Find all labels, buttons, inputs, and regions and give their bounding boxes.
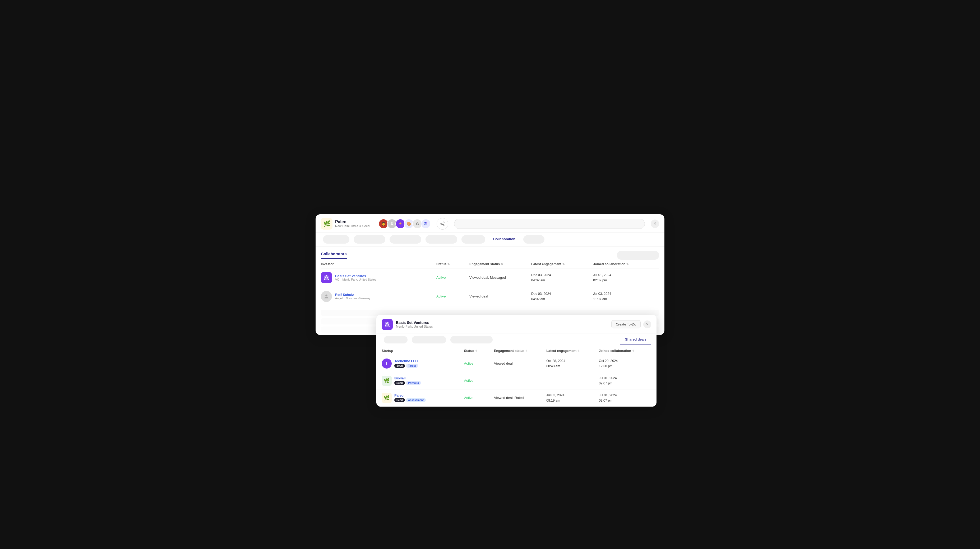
overlay-joined-0: Oct 29, 2024 12:38 pm [599,358,651,369]
overlay-logo [382,319,393,330]
svg-point-4 [443,225,445,226]
sort-latest-icon: ⇅ [562,263,565,265]
svg-point-8 [325,294,327,296]
startup-icon-techcube: T [382,359,392,368]
investor-info-1: Rolf Schulz Angel Dresden, Germany [335,293,370,300]
table-row[interactable]: Basis Set Ventures VC Menlo Park, United… [321,268,659,287]
investor-cell-0: Basis Set Ventures VC Menlo Park, United… [321,272,436,283]
close-button[interactable]: × [651,219,659,228]
investor-info-0: Basis Set Ventures VC Menlo Park, United… [335,274,376,281]
investor-logo-1 [321,291,332,302]
sort-joined-icon: ⇅ [626,263,628,265]
tab-placeholder-1[interactable] [323,235,349,244]
oth-latest[interactable]: Latest engagement ⇅ [546,349,599,353]
th-status[interactable]: Status ⇅ [436,262,469,266]
startup-info-2: Paleo Seed Assessment [395,394,426,402]
avatar-collab-icon [421,219,431,229]
th-joined-collab[interactable]: Joined collaboration ⇅ [593,262,659,266]
overlay-joined-1: Jul 01, 2024 02:07 pm [599,375,651,386]
collaborators-title-wrapper: Collaborators [321,252,347,259]
overlay-engagement-0: Viewed deal [494,362,546,365]
startup-name-2: Paleo [395,394,426,397]
overlay-card: Basis Set Ventures Menlo Park, United St… [376,315,657,406]
collaborators-title: Collaborators [321,252,347,259]
startup-info-1: Bio4all Seed Portfolio [395,376,421,385]
sort-oth-joined: ⇅ [632,349,634,352]
sort-status-icon: ⇅ [447,263,450,265]
svg-line-5 [442,224,443,225]
overlay-actions: Create To-Do × [611,320,651,328]
svg-line-6 [442,222,443,223]
startup-cell-1: 🌿 Bio4all Seed Portfolio [382,376,464,386]
overlay-tab-shared-deals[interactable]: Shared deals [620,334,651,345]
overlay-tabs: Shared deals [376,333,657,346]
overlay-latest-2: Jul 03, 2024 08:19 am [546,393,599,403]
svg-point-2 [443,222,445,223]
tab-collaboration[interactable]: Collaboration [487,233,521,245]
company-stage: Seed [362,224,369,228]
overlay-engagement-2: Viewed deal, Rated [494,396,546,400]
th-latest-engagement[interactable]: Latest engagement ⇅ [531,262,593,266]
oth-status[interactable]: Status ⇅ [464,349,494,353]
investor-name-1: Rolf Schulz [335,293,370,297]
overlay-table-row-0[interactable]: T Techcube LLC Seed Target Active Viewed… [376,355,657,372]
collaborators-header-row: Collaborators [321,246,659,260]
overlay-tab-placeholder-2[interactable] [412,336,446,343]
overlay-status-2: Active [464,396,494,400]
separator-dot [360,225,361,227]
startup-icon-paleo: 🌿 [382,393,392,403]
investor-logo-0 [321,272,332,283]
overlay-investor-info: Basis Set Ventures Menlo Park, United St… [396,321,433,328]
share-button[interactable] [437,218,448,230]
collaborators-table-header: Investor Status ⇅ Engagement status ⇅ La… [321,260,659,268]
status-0: Active [436,276,469,279]
create-todo-button[interactable]: Create To-Do [611,320,641,328]
oth-engagement[interactable]: Engagement status ⇅ [494,349,546,353]
joined-1: Jul 03, 2024 11:07 am [593,291,659,302]
tag-seed-1: Seed [395,381,405,385]
oth-startup: Startup [382,349,464,353]
latest-0: Dec 03, 2024 04:02 am [531,272,593,283]
table-row[interactable]: Rolf Schulz Angel Dresden, Germany Activ… [321,287,659,306]
sort-oth-status: ⇅ [475,349,477,352]
status-1: Active [436,294,469,298]
startup-name-1: Bio4all [395,376,421,380]
tab-placeholder-2[interactable] [354,235,385,244]
tab-placeholder-3[interactable] [390,235,421,244]
investor-name-0: Basis Set Ventures [335,274,376,278]
company-subtitle: New Delhi, India Seed [335,224,369,228]
company-name: Paleo [335,219,369,224]
company-location: New Delhi, India [335,224,358,228]
overlay-investor-name: Basis Set Ventures [396,321,433,325]
latest-1: Dec 03, 2024 04:02 am [531,291,593,302]
startup-tags-0: Seed Target [395,364,418,368]
header-search[interactable] [454,219,645,229]
collaborators-search[interactable] [617,251,659,260]
startup-cell-0: T Techcube LLC Seed Target [382,359,464,368]
engagement-1: Viewed deal [469,294,531,298]
overlay-table-row-2[interactable]: 🌿 Paleo Seed Assessment Active Viewed de… [376,389,657,406]
startup-cell-2: 🌿 Paleo Seed Assessment [382,393,464,403]
overlay-tab-placeholder-3[interactable] [450,336,493,343]
startup-tags-2: Seed Assessment [395,398,426,402]
overlay-close-button[interactable]: × [643,321,651,328]
tab-placeholder-4[interactable] [425,235,457,244]
header: 🌿 Paleo New Delhi, India Seed 👩 D ⚡ 🎨 G [315,214,665,233]
tab-placeholder-6[interactable] [523,235,544,244]
tag-target-0: Target [406,364,418,368]
joined-0: Jul 01, 2024 02:07 pm [593,272,659,283]
overlay-tab-placeholder-1[interactable] [384,336,407,343]
company-info: Paleo New Delhi, India Seed [335,219,369,228]
logo-area: 🌿 Paleo New Delhi, India Seed [321,218,369,230]
startup-icon-bio4all: 🌿 [382,376,392,386]
overlay-table-row-1[interactable]: 🌿 Bio4all Seed Portfolio Active Jul 01, … [376,372,657,389]
startup-info-0: Techcube LLC Seed Target [395,359,418,368]
sort-oth-latest: ⇅ [578,349,580,352]
th-engagement-status[interactable]: Engagement status ⇅ [469,262,531,266]
tab-placeholder-5[interactable] [461,235,485,244]
oth-joined[interactable]: Joined collaboration ⇅ [599,349,651,353]
tag-assessment-2: Assessment [406,398,426,402]
avatar-group: 👩 D ⚡ 🎨 G [379,219,431,229]
th-investor: Investor [321,262,436,266]
overlay-header: Basis Set Ventures Menlo Park, United St… [376,315,657,333]
